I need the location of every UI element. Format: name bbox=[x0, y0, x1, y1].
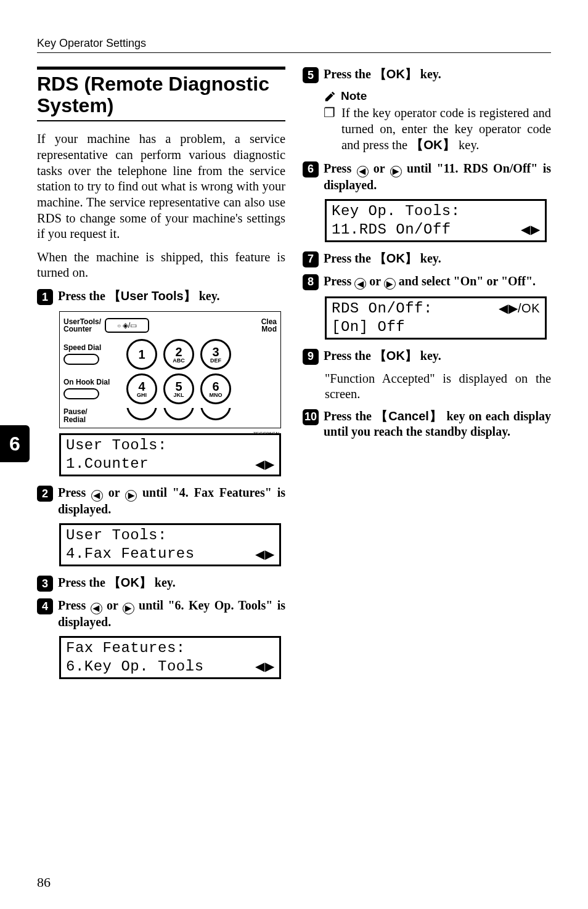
ok-key: OK bbox=[410, 137, 455, 152]
left-column: RDS (Remote Diagnostic System) If your m… bbox=[37, 67, 285, 884]
section-title: RDS (Remote Diagnostic System) bbox=[37, 73, 285, 116]
left-arrow-icon: ◀ bbox=[357, 166, 369, 177]
step-4: 4 Press ◀ or ▶ until "6. Key Op. Tools" … bbox=[37, 598, 285, 630]
step-6: 6 Press ◀ or ▶ until "11. RDS On/Off" is… bbox=[303, 161, 551, 193]
user-tools-key: User Tools bbox=[108, 289, 196, 303]
keypad-illustration: UserTools/ Counter ○ ◈/▭ Clea Mod Speed … bbox=[59, 311, 281, 428]
right-arrow-icon: ▶ bbox=[123, 603, 134, 614]
lcd-user-tools-counter: User Tools: 1.Counter◀▶ bbox=[59, 433, 281, 476]
note-heading: Note bbox=[324, 89, 551, 103]
note-item: ❐ If the key operator code is registered… bbox=[324, 105, 551, 153]
lcd-fax-features: User Tools: 4.Fax Features◀▶ bbox=[59, 523, 281, 566]
step-9: 9 Press the OK key. bbox=[303, 348, 551, 365]
cancel-key: Cancel bbox=[375, 409, 443, 423]
ok-key: OK bbox=[108, 576, 152, 589]
step-8: 8 Press ◀ or ▶ and select "On" or "Off". bbox=[303, 274, 551, 290]
function-accepted-text: "Function Accepted" is displayed on the … bbox=[325, 371, 551, 402]
page-number: 86 bbox=[37, 874, 51, 891]
lcd-key-op-tools: Fax Features: 6.Key Op. Tools◀▶ bbox=[59, 636, 281, 679]
ok-key: OK bbox=[374, 251, 417, 265]
right-arrow-icon: ▶ bbox=[125, 490, 137, 502]
left-arrow-icon: ◀ bbox=[91, 490, 103, 502]
step-2: 2 Press ◀ or ▶ until "4. Fax Features" i… bbox=[37, 485, 285, 517]
step-10: 10 Press the Cancel key on each display … bbox=[303, 409, 551, 439]
lcd-rds-onoff-select: RDS On/Off:◀▶/OK [On] Off bbox=[325, 296, 547, 340]
step-5: 5 Press the OK key. bbox=[303, 67, 551, 83]
intro-para-1: If your machine has a problem, a service… bbox=[37, 131, 285, 242]
step-1: 1 Press the User Tools key. bbox=[37, 288, 285, 305]
running-header: Key Operator Settings bbox=[37, 37, 551, 53]
user-tools-counter-button: ○ ◈/▭ bbox=[105, 318, 149, 333]
chapter-tab: 6 bbox=[0, 425, 30, 462]
pencil-icon bbox=[324, 89, 337, 103]
left-arrow-icon: ◀ bbox=[354, 278, 366, 290]
right-column: 5 Press the OK key. Note ❐ If the key op… bbox=[303, 67, 551, 884]
step-3: 3 Press the OK key. bbox=[37, 575, 285, 592]
right-arrow-icon: ▶ bbox=[390, 166, 402, 177]
ok-key: OK bbox=[374, 349, 417, 362]
right-arrow-icon: ▶ bbox=[384, 278, 396, 290]
ok-key: OK bbox=[374, 67, 417, 81]
step-7: 7 Press the OK key. bbox=[303, 251, 551, 267]
intro-para-2: When the machine is shipped, this featur… bbox=[37, 250, 285, 281]
lcd-rds-onoff-menu: Key Op. Tools: 11.RDS On/Off◀▶ bbox=[325, 199, 547, 242]
left-arrow-icon: ◀ bbox=[91, 603, 102, 614]
